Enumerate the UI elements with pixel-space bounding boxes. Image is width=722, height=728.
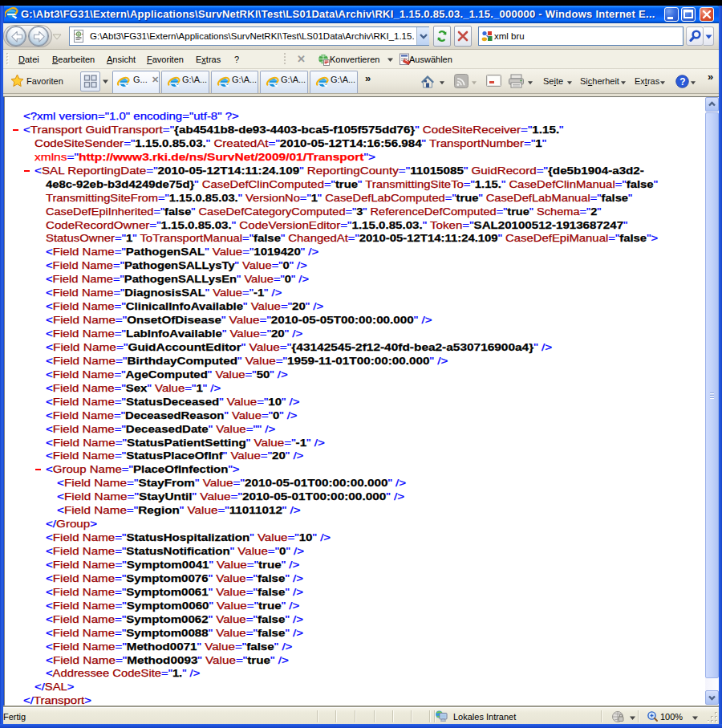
svg-text:?: ? (679, 76, 685, 87)
